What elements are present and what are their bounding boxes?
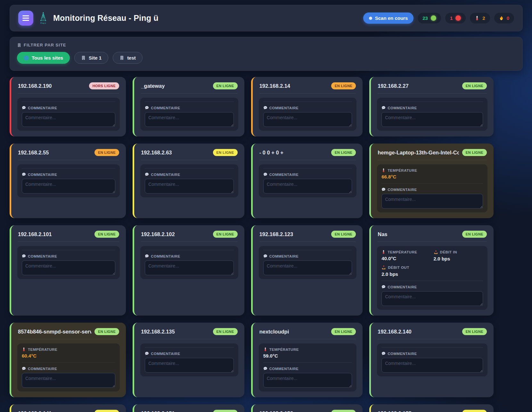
card-body: COMMENTAIRE [140,98,238,131]
divider [141,160,238,160]
status-badge: EN LIGNE [213,231,238,238]
speech-bubble-icon [381,106,386,110]
device-name: 192.168.2.27 [378,83,408,89]
device-name: 192.168.2.135 [141,329,175,335]
page-title: Monitoring Réseau - Ping ü [53,13,159,23]
divider [141,93,238,94]
comment-input[interactable] [263,260,352,275]
building-icon [119,55,124,60]
comment-input[interactable] [145,179,234,194]
device-card: 192.168.2.27 EN LIGNE COMMENTAIRE [369,77,494,136]
building-icon [81,55,86,60]
card-body: TEMPÉRATURE40.0°CDÉBIT IN2.0 bpsDÉBIT OU… [377,246,487,310]
metrics: TEMPÉRATURE40.0°CDÉBIT IN2.0 bpsDÉBIT OU… [381,250,483,277]
status-badge: EN LIGNE [94,410,119,412]
scan-status-button[interactable]: Scan en cours [363,12,414,24]
scan-dot-icon [369,17,372,20]
debit-in-icon [434,250,438,254]
comment-input[interactable] [22,112,115,127]
site-filter-button[interactable]: Site 1 [74,52,108,64]
comment-input[interactable] [381,194,483,209]
divider [18,93,119,94]
comment-input[interactable] [145,358,234,373]
speech-bubble-icon [22,367,26,371]
comment-section: COMMENTAIRE [263,367,352,388]
comment-section: COMMENTAIRE [145,254,234,275]
device-name: 192.168.2.123 [259,231,293,237]
comment-section: COMMENTAIRE [145,351,234,373]
status-badge: EN LIGNE [94,149,119,156]
comment-section: COMMENTAIRE [381,285,483,306]
metric-temperature: TEMPÉRATURE66.8°C [381,168,431,179]
comment-input[interactable] [145,260,234,275]
thermometer-icon [475,16,479,21]
comment-input[interactable] [22,260,115,275]
comment-label: COMMENTAIRE [22,172,115,177]
divider [141,242,238,242]
card-body: COMMENTAIRE [140,343,238,376]
card-body: COMMENTAIRE [140,246,238,279]
status-badge: EN LIGNE [331,82,356,89]
site-filter-button[interactable]: Tous les sites [17,52,70,64]
speech-bubble-icon [381,285,386,289]
status-badge: EN LIGNE [462,231,487,238]
device-card: 192.168.2.14 EN LIGNE COMMENTAIRE [251,77,363,136]
comment-label: COMMENTAIRE [145,106,234,110]
card-body: COMMENTAIRE [259,164,357,197]
device-name: 8574b846-snmpd-sensor-server [18,329,91,335]
comment-section: COMMENTAIRE [22,106,115,127]
divider [141,339,238,339]
speech-bubble-icon [22,106,26,110]
comment-section: COMMENTAIRE [22,254,115,275]
comment-label: COMMENTAIRE [263,367,352,371]
status-badge: EN LIGNE [213,328,238,335]
device-card: _gateway EN LIGNE COMMENTAIRE [133,77,244,136]
device-name: Nas [378,231,387,237]
card-body: COMMENTAIRE [17,246,120,279]
offline-dot-icon [455,15,461,21]
comment-input[interactable] [22,179,115,194]
comment-section: COMMENTAIRE [22,367,115,388]
device-card: 192.168.2.151 EN LIGNE COMMENTAIRE [133,404,244,412]
divider [263,102,352,102]
comment-input[interactable] [263,112,352,127]
divider [378,160,487,160]
divider [22,362,115,363]
device-card: 192.168.2.101 EN LIGNE COMMENTAIRE [10,225,126,316]
device-card: hemge-Laptop-13th-Gen-Intel-Core EN LIGN… [369,144,494,218]
speech-bubble-icon [263,367,267,371]
card-body: COMMENTAIRE [377,343,487,376]
comment-input[interactable] [263,179,352,194]
device-card: 8574b846-snmpd-sensor-server EN LIGNE TE… [10,323,126,397]
device-name: 192.168.2.141 [18,410,52,412]
logo-caption: Ping ü [40,22,46,24]
speech-bubble-icon [145,254,149,258]
comment-input[interactable] [22,373,115,388]
comment-input[interactable] [381,112,483,127]
comment-input[interactable] [381,291,483,306]
speech-bubble-icon [145,106,149,110]
device-name: _gateway [141,83,165,89]
metric-debit-in: DÉBIT IN2.0 bps [434,250,483,261]
divider [145,347,234,348]
temperature-icon [22,347,26,351]
speech-bubble-icon [145,172,149,177]
site-filter-button[interactable]: test [113,52,143,64]
status-badge: EN LIGNE [331,328,356,335]
status-badge: EN LIGNE [213,82,238,89]
divider [378,93,487,94]
filter-title: FILTRER PAR SITE [17,43,515,47]
temperature-icon [381,168,386,172]
speech-bubble-icon [263,254,267,258]
metric-debit-out: DÉBIT OUT2.0 bps [381,265,431,277]
comment-input[interactable] [263,373,352,388]
comment-input[interactable] [145,112,234,127]
device-card: 192.168.2.55 EN LIGNE COMMENTAIRE [10,144,126,218]
device-card: 192.168.2.102 EN LIGNE COMMENTAIRE [133,225,244,316]
hamburger-menu-button[interactable] [18,11,33,26]
temperature-icon [381,250,386,254]
comment-input[interactable] [381,358,483,373]
divider [259,93,356,94]
speech-bubble-icon [22,172,26,177]
device-name: 192.168.2.190 [18,83,52,89]
